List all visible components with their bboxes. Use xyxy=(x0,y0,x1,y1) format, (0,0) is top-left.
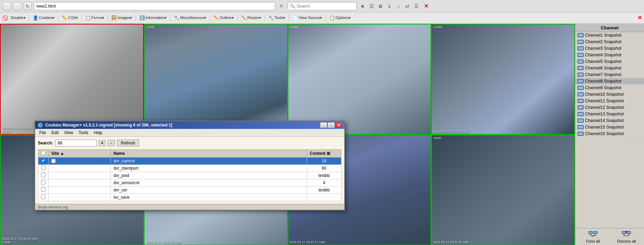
menu-file[interactable]: File xyxy=(37,130,49,136)
table-row[interactable]: dvr_camcnt 16 xyxy=(38,158,341,165)
row3-name: dvr_pwd xyxy=(111,172,307,179)
cam2-cell[interactable]: CAM2 2016-02-17 18:29:38 Ueb xyxy=(144,24,288,135)
table-row[interactable]: dvr_usr testbb xyxy=(38,187,341,194)
pocket-icon[interactable]: ✿ xyxy=(377,2,384,10)
miscellaneous-button[interactable]: 🔧 Miscellaneous▾ xyxy=(174,15,206,20)
channel-item-1[interactable]: Channel1 Snapshot xyxy=(575,32,644,39)
channel-item-5[interactable]: Channel5 Snapshot xyxy=(575,58,644,65)
sep9 xyxy=(265,15,265,21)
row1-check[interactable] xyxy=(38,158,49,165)
modal-close-button[interactable]: ✕ xyxy=(335,122,342,128)
col-header-content[interactable]: Content ⊞ xyxy=(307,150,341,158)
disable-button[interactable]: Disable▾ xyxy=(11,16,26,20)
cam1-cell[interactable]: 2016-02-17 18:30:50 UebCAM1 xyxy=(0,24,144,135)
channel-item-3[interactable]: Channel3 Snapshot xyxy=(575,45,644,52)
refresh-button[interactable]: Refresh xyxy=(117,140,139,147)
download-icon[interactable]: ⇓ xyxy=(386,2,393,10)
channel-item-2[interactable]: Channel2 Snapshot xyxy=(575,39,644,45)
menu-edit[interactable]: Edit xyxy=(49,130,61,136)
channel11-icon xyxy=(577,99,584,103)
refresh-icon[interactable]: ↻ xyxy=(277,2,286,10)
information-button[interactable]: ℹ️ Information▾ xyxy=(139,15,167,20)
home-icon[interactable]: ⌂ xyxy=(395,2,402,10)
search-clear-button[interactable]: ✕ xyxy=(99,140,106,146)
css-button[interactable]: ✏️ CSS▾ xyxy=(62,15,78,20)
channel-item-16[interactable]: Channel16 Snapshot xyxy=(575,131,644,137)
channel-item-11[interactable]: Channel11 Snapshot xyxy=(575,98,644,104)
watermark-text: drops.wooyun.org xyxy=(38,205,68,209)
menu-view[interactable]: View xyxy=(61,130,76,136)
reload-button[interactable]: ↻ xyxy=(23,2,32,10)
close-extension-icon[interactable]: ✕ xyxy=(637,15,642,21)
menu-tools[interactable]: Tools xyxy=(76,130,91,136)
row4-check[interactable] xyxy=(38,179,49,187)
menu-icon[interactable]: ☰ xyxy=(413,2,420,10)
modal-title-left: ⚙️ Cookies Manager+ v1.5.2.1-signed [sho… xyxy=(37,122,172,128)
col-header-site[interactable]: Site ▲ xyxy=(49,150,111,158)
sep3 xyxy=(81,15,82,21)
channel9-label: Channel9 Snapshot xyxy=(585,85,621,90)
sep2 xyxy=(58,15,58,21)
modal-title-text: Cookies Manager+ v1.5.2.1-signed [showin… xyxy=(45,123,172,128)
channel-item-13[interactable]: Channel13 Snapshot xyxy=(575,111,644,117)
channel3-icon xyxy=(577,46,584,50)
forms-button[interactable]: 📋 Forms▾ xyxy=(85,15,104,20)
address-bar[interactable] xyxy=(34,2,275,10)
menu-help[interactable]: Help xyxy=(91,130,105,136)
tools-button[interactable]: 🔧 Tools▾ xyxy=(268,15,286,20)
back-button[interactable]: ← xyxy=(3,2,11,10)
cam3-id: CAM3 xyxy=(290,25,298,29)
resize-button[interactable]: ✏️ Resize▾ xyxy=(241,15,261,20)
modal-maximize-button[interactable]: □ xyxy=(328,122,335,128)
search-input[interactable] xyxy=(297,4,348,9)
cam5-timestamp: 2016-02-17 18:30:50 UebCAM5 xyxy=(2,237,38,244)
outline-button[interactable]: ✏️ Outline▾ xyxy=(214,15,234,20)
conn-all-button[interactable]: Conn all xyxy=(577,230,609,244)
search-minus-button[interactable]: − xyxy=(108,140,115,146)
channel6-label: Channel6 Snapshot xyxy=(585,66,621,70)
col-header-name[interactable]: Name xyxy=(111,150,307,158)
star-icon[interactable]: ★ xyxy=(359,2,366,10)
col-header-check[interactable] xyxy=(38,150,49,158)
cam4-timestamp: 2016-02-17 18:29:31 Ueb xyxy=(433,130,469,133)
row5-check[interactable] xyxy=(38,187,49,194)
channel-item-15[interactable]: Channel15 Snapshot xyxy=(575,124,644,131)
cam3-cell[interactable]: CAM3 2016-02-17 18:31:27 Ueb... xyxy=(288,24,432,135)
reader-icon[interactable]: ☰ xyxy=(368,2,375,10)
table-row[interactable]: dvr_pwd testbb xyxy=(38,172,341,179)
cam4-cell[interactable]: CAM4 2016-02-17 18:29:31 Ueb xyxy=(431,24,575,135)
table-row[interactable]: dvr_sensorcnt 4 xyxy=(38,179,341,187)
channel7-icon xyxy=(577,73,584,77)
svg-rect-3 xyxy=(594,232,597,233)
cam1-timestamp: 2016-02-17 18:30:50 UebCAM1 xyxy=(2,126,38,133)
channel5-label: Channel5 Snapshot xyxy=(585,59,621,64)
row3-check[interactable] xyxy=(38,172,49,179)
row2-check[interactable] xyxy=(38,165,49,172)
channel-item-7[interactable]: Channel7 Snapshot xyxy=(575,72,644,78)
cookies-button[interactable]: 👤 Cookies▾ xyxy=(33,15,55,20)
table-row[interactable]: dvr_clientport 80 xyxy=(38,165,341,172)
view-source-button[interactable]: 📄 View Source▾ xyxy=(293,15,322,20)
channel-list: Channel1 Snapshot Channel2 Snapshot Chan… xyxy=(575,32,644,228)
images-button[interactable]: 🖼️ Images▾ xyxy=(111,15,132,20)
channel-item-12[interactable]: Channel12 Snapshot xyxy=(575,104,644,111)
row2-name: dvr_clientport xyxy=(111,165,307,172)
forward-button[interactable]: → xyxy=(13,2,21,10)
options-button[interactable]: 📋 Options▾ xyxy=(329,15,351,20)
browser-icons: ★ ☰ ✿ ⇓ ⌂ ⇄ ☰ xyxy=(359,2,420,10)
row6-check[interactable] xyxy=(38,194,49,201)
channel-item-9[interactable]: Channel9 Snapshot xyxy=(575,85,644,91)
select-all-checkbox[interactable] xyxy=(41,151,46,155)
channel-item-8[interactable]: Channel8 Snapshot xyxy=(575,78,644,85)
table-row[interactable]: lxc_save xyxy=(38,194,341,201)
channel-item-10[interactable]: Channel10 Snapshot xyxy=(575,91,644,98)
channel-item-6[interactable]: Channel6 Snapshot xyxy=(575,65,644,72)
disconn-all-button[interactable]: Disconn all xyxy=(611,230,643,244)
sync-icon[interactable]: ⇄ xyxy=(404,2,411,10)
cam8-cell[interactable]: cam8 2016-02-17 18:31:26 Ueb xyxy=(431,135,575,245)
channel-item-14[interactable]: Channel14 Snapshot xyxy=(575,117,644,124)
cookie-search-input[interactable] xyxy=(55,140,97,147)
browser-close-icon[interactable]: ✕ xyxy=(422,2,430,10)
channel-item-4[interactable]: Channel4 Snapshot xyxy=(575,52,644,58)
modal-minimize-button[interactable]: _ xyxy=(320,122,327,128)
